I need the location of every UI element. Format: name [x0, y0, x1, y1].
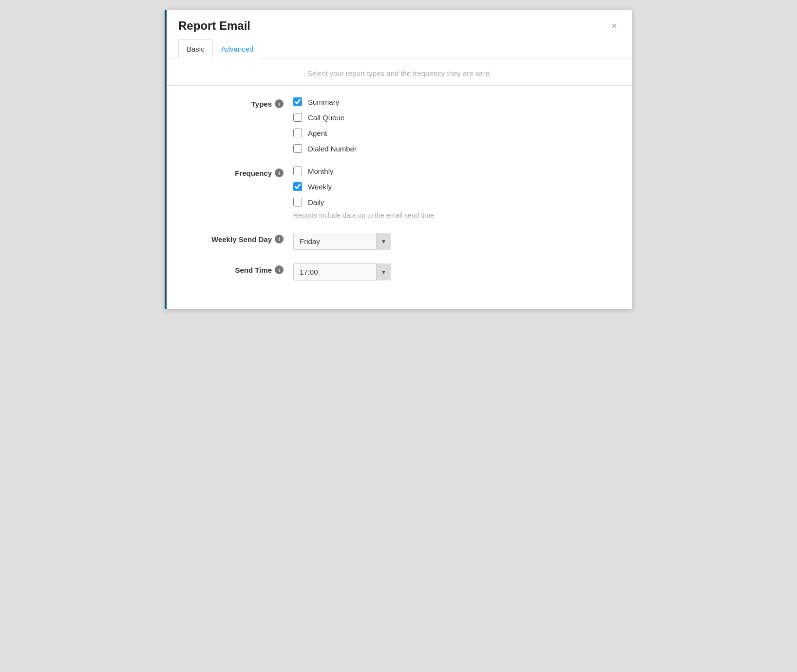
freq-monthly-label: Monthly — [308, 167, 334, 175]
freq-weekly-item: Weekly — [293, 182, 612, 191]
type-dialed-checkbox[interactable] — [293, 144, 302, 153]
type-agent-item: Agent — [293, 129, 612, 137]
frequency-section: Monthly Weekly Daily — [293, 167, 612, 206]
weekly-send-day-info-icon[interactable]: i — [275, 235, 284, 243]
weekly-send-day-select-wrapper: Sunday Monday Tuesday Wednesday Thursday… — [293, 233, 391, 250]
send-time-select[interactable]: 00:00 01:00 02:00 03:00 04:00 05:00 06:0… — [293, 263, 391, 280]
weekly-send-day-label-group: Weekly Send Day i — [186, 233, 293, 243]
weekly-send-day-content: Sunday Monday Tuesday Wednesday Thursday… — [293, 233, 612, 250]
weekly-send-day-label: Weekly Send Day — [211, 235, 272, 243]
frequency-info-icon[interactable]: i — [275, 168, 284, 177]
modal-title: Report Email — [178, 19, 250, 33]
type-agent-label: Agent — [308, 129, 327, 137]
report-email-modal: Report Email × Basic Advanced Select you… — [165, 10, 632, 309]
types-label: Types — [251, 100, 272, 108]
weekly-send-day-row: Weekly Send Day i Sunday Monday Tuesday … — [186, 233, 612, 250]
send-time-label: Send Time — [235, 266, 272, 274]
freq-daily-item: Daily — [293, 198, 612, 206]
type-agent-checkbox[interactable] — [293, 129, 302, 137]
type-summary-label: Summary — [308, 98, 339, 106]
types-label-group: Types i — [186, 97, 293, 108]
form-subtitle: Select your report types and the frequen… — [167, 58, 632, 85]
close-button[interactable]: × — [608, 19, 620, 33]
freq-daily-label: Daily — [308, 198, 324, 206]
modal-header: Report Email × — [167, 10, 632, 39]
send-time-info-icon[interactable]: i — [275, 265, 284, 274]
frequency-hint: Reports include data up to the email sen… — [293, 211, 612, 219]
frequency-label: Frequency — [235, 169, 272, 177]
send-time-content: 00:00 01:00 02:00 03:00 04:00 05:00 06:0… — [293, 263, 612, 280]
send-time-label-group: Send Time i — [186, 263, 293, 274]
freq-monthly-checkbox[interactable] — [293, 167, 302, 175]
types-info-icon[interactable]: i — [275, 99, 284, 108]
type-dialed-item: Dialed Number — [293, 144, 612, 153]
type-summary-checkbox[interactable] — [293, 97, 302, 106]
type-callqueue-checkbox[interactable] — [293, 113, 302, 122]
types-row: Types i Summary Call Queue Agent — [186, 97, 612, 153]
form-body: Types i Summary Call Queue Agent — [167, 97, 632, 309]
frequency-label-group: Frequency i — [186, 167, 293, 177]
frequency-row: Frequency i Monthly Weekly Daily — [186, 167, 612, 219]
frequency-options: Monthly Weekly Daily Reports include dat… — [293, 167, 612, 219]
freq-monthly-item: Monthly — [293, 167, 612, 175]
freq-daily-checkbox[interactable] — [293, 198, 302, 206]
freq-weekly-checkbox[interactable] — [293, 182, 302, 191]
tab-bar: Basic Advanced — [167, 39, 632, 58]
tab-advanced[interactable]: Advanced — [213, 39, 262, 58]
type-dialed-label: Dialed Number — [308, 145, 357, 153]
type-callqueue-label: Call Queue — [308, 113, 344, 122]
types-options: Summary Call Queue Agent Dialed Number — [293, 97, 612, 153]
send-time-select-wrapper: 00:00 01:00 02:00 03:00 04:00 05:00 06:0… — [293, 263, 391, 280]
freq-weekly-label: Weekly — [308, 183, 332, 191]
type-summary-item: Summary — [293, 97, 612, 106]
tab-basic[interactable]: Basic — [178, 39, 213, 58]
send-time-row: Send Time i 00:00 01:00 02:00 03:00 04:0… — [186, 263, 612, 280]
weekly-send-day-select[interactable]: Sunday Monday Tuesday Wednesday Thursday… — [293, 233, 391, 250]
type-callqueue-item: Call Queue — [293, 113, 612, 122]
divider — [167, 85, 632, 86]
